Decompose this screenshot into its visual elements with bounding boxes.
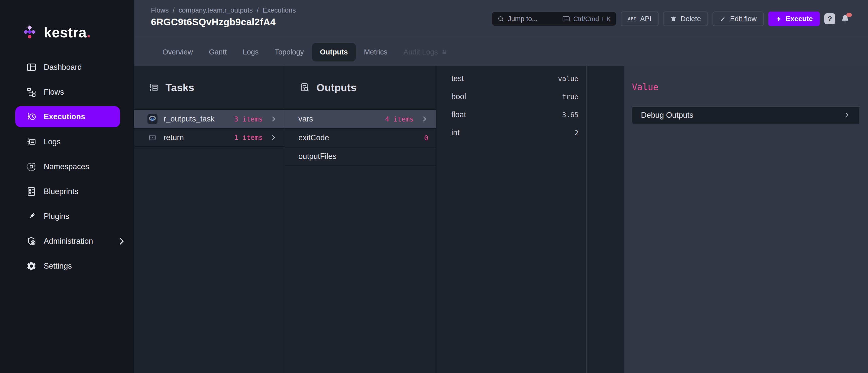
value-detail-panel: Value Debug Outputs [624, 66, 868, 373]
task-row-return[interactable]: (x) return 1 items [134, 128, 285, 147]
attribute-key: test [451, 74, 464, 83]
delete-button[interactable]: Delete [663, 11, 708, 26]
attribute-key: int [451, 128, 460, 137]
chevron-right-icon [270, 115, 277, 123]
sidebar-item-label: Dashboard [44, 63, 82, 72]
breadcrumb-flows[interactable]: Flows [151, 6, 169, 14]
sidebar-item-label: Flows [44, 88, 64, 97]
chevron-right-icon [270, 134, 277, 141]
output-row-label: exitCode [299, 133, 329, 142]
output-row-value-badge: 0 [424, 134, 428, 142]
tab-label: Logs [243, 48, 259, 56]
breadcrumb-executions[interactable]: Executions [263, 6, 296, 14]
output-row-exitcode[interactable]: exitCode 0 [285, 128, 436, 147]
sidebar-item-settings[interactable]: Settings [0, 253, 134, 278]
sidebar-nav: Dashboard Flows Executions [0, 55, 134, 278]
search-shortcut: Ctrl/Cmd + K [562, 15, 611, 23]
delete-button-label: Delete [681, 15, 701, 23]
attribute-row-float[interactable]: float 3.65 [436, 106, 586, 124]
vars-attributes-panel: test value bool true float 3.65 int 2 [436, 66, 587, 373]
attribute-value: 3.65 [562, 111, 579, 119]
brand-dot: . [87, 24, 91, 40]
lock-icon [441, 49, 448, 56]
api-button[interactable]: API API [621, 11, 658, 26]
output-row-label: vars [299, 114, 313, 124]
trash-icon [670, 15, 677, 22]
task-row-count-badge: 1 items [234, 134, 263, 141]
tab-label: Topology [275, 48, 304, 56]
tab-overview[interactable]: Overview [154, 43, 201, 62]
sidebar-item-logs[interactable]: Logs [0, 129, 134, 154]
jump-to-search[interactable]: Jump to... Ctrl/Cmd + K [492, 11, 616, 26]
task-row-count-badge: 3 items [234, 115, 263, 123]
task-row-r-outputs-task[interactable]: R r_outputs_task 3 items [134, 109, 285, 128]
sidebar-item-label: Administration [44, 237, 93, 246]
attribute-value: 2 [575, 129, 579, 137]
breadcrumb-separator: / [173, 6, 175, 14]
output-row-outputfiles[interactable]: outputFiles [285, 147, 436, 166]
api-button-label: API [640, 15, 651, 23]
attribute-row-bool[interactable]: bool true [436, 88, 586, 106]
svg-text:(x): (x) [150, 136, 155, 139]
topbar-actions: Jump to... Ctrl/Cmd + K API API [492, 11, 850, 26]
sidebar-item-label: Logs [44, 137, 61, 146]
tab-logs[interactable]: Logs [235, 43, 267, 62]
lightning-icon [775, 15, 782, 22]
tab-gantt[interactable]: Gantt [201, 43, 235, 62]
tab-topology[interactable]: Topology [267, 43, 312, 62]
sidebar-item-label: Blueprints [44, 187, 79, 196]
flows-icon [26, 87, 37, 97]
tasks-panel-title: Tasks [165, 82, 194, 94]
notifications-bell-button[interactable] [840, 13, 850, 24]
execute-button[interactable]: Execute [768, 11, 820, 26]
notification-dot [846, 13, 852, 17]
keyboard-icon [562, 15, 570, 23]
execute-button-label: Execute [786, 15, 813, 23]
sidebar-item-plugins[interactable]: Plugins [0, 204, 134, 229]
tab-label: Gantt [209, 48, 227, 56]
search-shortcut-label: Ctrl/Cmd + K [573, 15, 611, 23]
kestra-logo[interactable]: kestra. [22, 24, 134, 41]
sidebar-item-dashboard[interactable]: Dashboard [0, 55, 134, 79]
task-row-label: r_outputs_task [163, 114, 215, 124]
breadcrumb-namespace[interactable]: company.team.r_outputs [179, 6, 253, 14]
document-search-icon [299, 82, 310, 93]
svg-text:R: R [151, 117, 154, 122]
sidebar-item-flows[interactable]: Flows [0, 79, 134, 104]
edit-flow-button-label: Edit flow [730, 15, 757, 23]
search-icon [497, 15, 504, 22]
debug-outputs-label: Debug Outputs [641, 111, 693, 120]
tab-metrics[interactable]: Metrics [356, 43, 395, 62]
output-row-vars[interactable]: vars 4 items [285, 109, 436, 128]
sidebar-item-label: Plugins [44, 212, 69, 221]
sidebar-item-label: Namespaces [44, 162, 89, 171]
help-button[interactable]: ? [824, 13, 835, 24]
sidebar-item-namespaces[interactable]: Namespaces [0, 154, 134, 179]
logs-icon [26, 137, 37, 147]
help-button-label: ? [828, 15, 832, 23]
task-list-icon [149, 82, 159, 93]
settings-icon [26, 261, 37, 271]
edit-flow-button[interactable]: Edit flow [713, 11, 764, 26]
tab-outputs[interactable]: Outputs [312, 43, 356, 62]
namespaces-icon [26, 161, 37, 172]
api-icon: API [628, 16, 637, 21]
outputs-panel-title: Outputs [316, 82, 356, 94]
main-area: Flows / company.team.r_outputs / Executi… [134, 0, 868, 373]
attribute-row-test[interactable]: test value [436, 70, 586, 88]
search-placeholder: Jump to... [508, 15, 538, 23]
sidebar-item-executions[interactable]: Executions [15, 106, 120, 127]
attribute-key: float [451, 110, 466, 119]
dashboard-icon [26, 62, 37, 72]
sidebar-item-administration[interactable]: Administration [0, 229, 134, 253]
debug-outputs-expander[interactable]: Debug Outputs [632, 106, 860, 124]
tab-label: Audit Logs [403, 48, 438, 56]
sidebar-item-label: Settings [44, 262, 72, 271]
tab-label: Outputs [320, 48, 348, 56]
pencil-icon [719, 15, 726, 22]
kestra-logo-icon [22, 24, 38, 40]
outputs-panel-header: Outputs [285, 66, 436, 109]
attribute-row-int[interactable]: int 2 [436, 124, 586, 142]
tab-label: Metrics [364, 48, 387, 56]
sidebar-item-blueprints[interactable]: Blueprints [0, 179, 134, 204]
